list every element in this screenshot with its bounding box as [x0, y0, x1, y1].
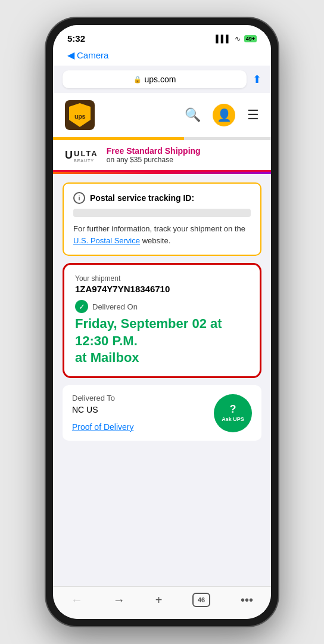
lock-icon: 🔒 [133, 76, 142, 83]
delivered-on-label: Delivered On [92, 302, 138, 311]
status-bar: 5:32 ▌▌▌ ∿ 49+ [53, 25, 271, 47]
header-icons: 🔍 👤 ☰ [185, 104, 259, 126]
postal-desc: For further information, track your ship… [73, 223, 251, 246]
main-content: i Postal service tracking ID: For furthe… [53, 174, 271, 449]
status-icons: ▌▌▌ ∿ 49+ [216, 35, 257, 43]
shipment-label: Your shipment [75, 274, 249, 283]
postal-id-blurred [73, 209, 251, 217]
url-text: ups.com [145, 75, 176, 84]
ups-logo: ups [65, 100, 95, 130]
browser-bar: 🔒 ups.com ⬆ [53, 66, 271, 93]
url-bar[interactable]: 🔒 ups.com [63, 70, 247, 88]
proof-of-delivery-link[interactable]: Proof of Delivery [72, 422, 133, 432]
ulta-banner[interactable]: U ULTA BEAUTY Free Standard Shipping on … [53, 140, 271, 172]
ulta-text-group: ULTA BEAUTY [74, 148, 98, 163]
ulta-logo: U ULTA BEAUTY [65, 148, 98, 163]
user-person-icon: 👤 [217, 108, 232, 122]
wifi-icon: ∿ [235, 35, 241, 43]
bottom-browser-nav: ← → + 46 ••• [53, 586, 271, 619]
phone-frame: 5:32 ▌▌▌ ∿ 49+ ◀ Camera 🔒 ups.com ⬆ [46, 18, 278, 626]
ask-ups-button[interactable]: ? Ask UPS [214, 394, 252, 432]
check-circle-icon: ✓ [75, 300, 88, 313]
usps-link[interactable]: U.S. Postal Service [73, 236, 140, 245]
back-arrow-icon[interactable]: ◀ [67, 49, 74, 61]
info-icon: i [73, 192, 85, 204]
content-area: ups 🔍 👤 ☰ U ULTA [53, 93, 271, 586]
delivered-to-section: Delivered To NC US Proof of Delivery ? A… [63, 385, 261, 441]
ulta-lta-text: ULTA [74, 149, 98, 158]
add-tab-button[interactable]: + [155, 593, 163, 607]
postal-card: i Postal service tracking ID: For furthe… [63, 182, 261, 256]
tabs-count-badge[interactable]: 46 [192, 593, 210, 607]
ups-logo-shield: ups [69, 103, 91, 127]
shipment-card: Your shipment 1ZA974Y7YN18346710 ✓ Deliv… [63, 263, 261, 378]
back-nav[interactable]: ◀ Camera [53, 47, 271, 66]
back-nav-label[interactable]: Camera [77, 50, 108, 60]
share-icon[interactable]: ⬆ [253, 73, 261, 86]
shipment-tracking-id: 1ZA974Y7YN18346710 [75, 284, 249, 294]
postal-title: Postal service tracking ID: [90, 193, 194, 203]
battery-badge: 49+ [244, 35, 257, 42]
ulta-promo-block: Free Standard Shipping on any $35 purcha… [107, 146, 201, 164]
forward-button[interactable]: → [113, 593, 125, 607]
checkmark: ✓ [79, 303, 85, 311]
user-icon[interactable]: 👤 [213, 104, 235, 126]
phone-screen: 5:32 ▌▌▌ ∿ 49+ ◀ Camera 🔒 ups.com ⬆ [53, 25, 271, 619]
ups-header: ups 🔍 👤 ☰ [53, 93, 271, 137]
ask-ups-label: Ask UPS [222, 417, 244, 423]
more-options-button[interactable]: ••• [241, 593, 253, 607]
ulta-promo-sub: on any $35 purchase [107, 156, 201, 164]
ulta-beauty-text: BEAUTY [74, 159, 98, 163]
ulta-u-letter: U [65, 149, 73, 162]
ask-ups-question-icon: ? [230, 403, 236, 416]
search-icon[interactable]: 🔍 [185, 107, 201, 123]
ups-logo-text: ups [74, 113, 85, 120]
back-button[interactable]: ← [71, 593, 83, 607]
delivered-on-row: ✓ Delivered On [75, 300, 249, 313]
menu-icon[interactable]: ☰ [247, 107, 259, 123]
ulta-promo-text: Free Standard Shipping [107, 146, 201, 156]
signal-icon: ▌▌▌ [216, 35, 231, 43]
delivery-date: Friday, September 02 at 12:30 P.M. at Ma… [75, 315, 249, 367]
status-time: 5:32 [67, 33, 85, 44]
postal-card-header: i Postal service tracking ID: [73, 192, 251, 204]
